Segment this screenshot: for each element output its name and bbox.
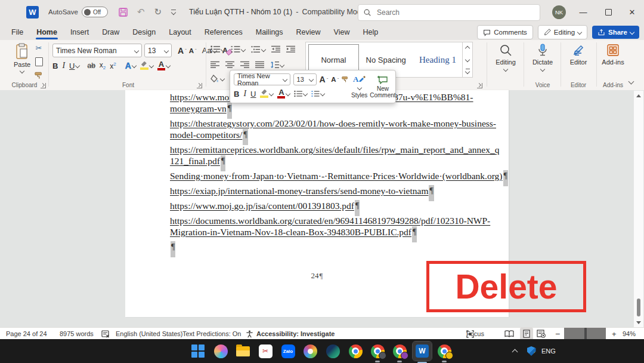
accessibility-status[interactable]: Accessibility: Investigate bbox=[256, 328, 335, 340]
mini-font-name-select[interactable]: Times New Roman bbox=[234, 73, 290, 85]
word-count[interactable]: 8975 words bbox=[60, 328, 94, 340]
tab-layout[interactable]: Layout bbox=[162, 24, 198, 40]
search-input[interactable] bbox=[376, 8, 509, 17]
zoom-percentage[interactable]: 94% bbox=[623, 328, 636, 340]
strikethrough-button[interactable]: ab bbox=[87, 61, 95, 70]
font-size-select[interactable]: 13 bbox=[144, 44, 172, 57]
hyperlink-text[interactable]: https://documents.worldbank.org/curated/… bbox=[170, 216, 490, 226]
chrome-button-3[interactable] bbox=[392, 343, 407, 359]
increase-indent-button[interactable] bbox=[286, 45, 295, 53]
mini-highlight-button[interactable] bbox=[260, 90, 273, 99]
hyperlink-text[interactable]: Migration-in-Vietnam-Nov-18-clean-Box-39… bbox=[170, 227, 411, 237]
document-paragraph[interactable]: https://remittanceprices.worldbank.org/s… bbox=[170, 144, 468, 167]
page-indicator[interactable]: Page 24 of 24 bbox=[6, 328, 47, 340]
language-button[interactable]: ENG bbox=[541, 339, 556, 363]
multilevel-list-button[interactable] bbox=[251, 45, 265, 53]
editing-mode-dropdown[interactable]: Editing bbox=[538, 25, 587, 39]
line-spacing-button[interactable] bbox=[270, 61, 284, 69]
decrease-indent-button[interactable] bbox=[271, 45, 280, 53]
hyperlink-text[interactable]: Sending·money·from·Japan·to·Vietnam·-·Re… bbox=[170, 171, 503, 181]
scroll-down-button[interactable] bbox=[636, 321, 641, 324]
paint-button[interactable] bbox=[302, 343, 318, 359]
hyperlink-text[interactable]: https://remittanceprices.worldbank.org/s… bbox=[170, 144, 499, 155]
mini-numbering-button[interactable] bbox=[311, 90, 324, 97]
teal-app-button[interactable] bbox=[325, 343, 340, 359]
zoom-out-button[interactable]: − bbox=[555, 328, 560, 340]
file-explorer-button[interactable] bbox=[235, 343, 250, 359]
addins-button[interactable]: Add-ins bbox=[597, 44, 628, 66]
mini-grow-font-button[interactable]: Aˆ bbox=[320, 75, 329, 84]
zoom-slider-thumb[interactable] bbox=[584, 328, 587, 340]
read-mode-button[interactable] bbox=[504, 328, 514, 340]
hyperlink-text[interactable]: https://www.moj.go.jp/isa/content/001391… bbox=[170, 201, 354, 211]
style-heading1[interactable]: Heading 1 bbox=[413, 44, 463, 75]
maximize-button[interactable] bbox=[596, 0, 620, 24]
tab-home[interactable]: Home bbox=[30, 24, 64, 40]
document-paragraph[interactable]: https://thestrategystory.com/2023/02/01/… bbox=[170, 118, 468, 140]
numbering-button[interactable] bbox=[231, 45, 245, 53]
minimize-button[interactable]: — bbox=[571, 0, 595, 24]
proofing-errors-icon[interactable] bbox=[101, 328, 110, 340]
web-layout-button[interactable] bbox=[537, 328, 546, 340]
document-paragraph[interactable]: ¶ bbox=[170, 241, 468, 253]
paste-button[interactable]: Paste bbox=[10, 43, 35, 73]
document-paragraph[interactable]: https://www.moj.go.jp/isa/content/001391… bbox=[170, 200, 468, 211]
document-text[interactable]: https://www.mon87u-v%E1%BB%81-moneygram-… bbox=[170, 91, 468, 256]
tab-insert[interactable]: Insert bbox=[64, 24, 95, 40]
grow-font-button[interactable]: Aˆ bbox=[178, 46, 187, 56]
font-color-button[interactable]: A bbox=[157, 61, 170, 70]
security-shield-button[interactable] bbox=[524, 343, 539, 359]
bullets-button[interactable] bbox=[210, 45, 225, 53]
tray-expand-button[interactable] bbox=[507, 343, 522, 359]
search-box[interactable] bbox=[358, 4, 540, 21]
mini-font-size-select[interactable]: 13 bbox=[293, 73, 317, 85]
language-indicator[interactable]: English (United States) bbox=[116, 328, 183, 340]
qat-overflow-button[interactable] bbox=[171, 10, 176, 14]
mini-bold-button[interactable]: B bbox=[234, 90, 239, 99]
text-effects-button[interactable]: A bbox=[125, 61, 136, 70]
word-taskbar-button[interactable]: W bbox=[413, 342, 432, 361]
save-button[interactable] bbox=[119, 8, 128, 17]
superscript-button[interactable]: x2 bbox=[110, 61, 116, 70]
tab-draw[interactable]: Draw bbox=[95, 24, 126, 40]
mini-font-color-button[interactable]: A bbox=[277, 89, 290, 99]
chrome-button-4[interactable] bbox=[436, 343, 452, 359]
hyperlink-text[interactable]: moneygram-vn bbox=[170, 103, 227, 113]
styles-gallery-up[interactable] bbox=[463, 42, 472, 54]
shrink-font-button[interactable]: Aˇ bbox=[189, 47, 197, 54]
zoom-in-button[interactable]: + bbox=[612, 328, 617, 340]
undo-button[interactable]: ↶ bbox=[137, 7, 145, 17]
hyperlink-text[interactable]: https://thestrategystory.com/2023/02/01/… bbox=[170, 118, 496, 128]
shading-button[interactable] bbox=[210, 75, 224, 83]
tab-file[interactable]: File bbox=[5, 24, 30, 40]
mini-underline-button[interactable]: U bbox=[250, 90, 256, 99]
tab-help[interactable]: Help bbox=[356, 24, 385, 40]
copilot-button[interactable] bbox=[213, 343, 228, 359]
subscript-button[interactable]: x2 bbox=[100, 61, 106, 70]
mini-italic-button[interactable]: I bbox=[243, 89, 246, 99]
styles-gallery-more[interactable] bbox=[463, 66, 472, 77]
editor-button[interactable]: Editor bbox=[563, 44, 594, 66]
copy-button[interactable] bbox=[35, 57, 43, 66]
tab-review[interactable]: Review bbox=[290, 24, 327, 40]
snipping-tool-button[interactable]: ✂ bbox=[258, 343, 273, 359]
share-button[interactable]: Share bbox=[592, 26, 639, 39]
focus-mode-button[interactable]: Focus bbox=[466, 328, 474, 340]
start-button[interactable] bbox=[190, 343, 206, 359]
scroll-up-button[interactable] bbox=[636, 94, 641, 97]
ribbon-collapse-button[interactable] bbox=[625, 77, 637, 85]
scroll-thumb[interactable] bbox=[637, 299, 640, 316]
italic-button[interactable]: I bbox=[62, 61, 65, 70]
chrome-button-1[interactable] bbox=[348, 343, 363, 359]
autosave-switch[interactable]: Off bbox=[82, 7, 108, 17]
mini-format-painter-button[interactable] bbox=[342, 76, 349, 83]
hyperlink-text[interactable]: 87u-v%E1%BB%81- bbox=[394, 92, 473, 102]
document-paragraph[interactable]: https://exiap.jp/international-money-tra… bbox=[170, 185, 468, 196]
format-painter-button[interactable] bbox=[35, 72, 43, 79]
mini-bullets-button[interactable] bbox=[294, 90, 307, 97]
align-left-button[interactable] bbox=[210, 61, 219, 69]
dictate-button[interactable]: Dictate bbox=[527, 44, 558, 71]
close-button[interactable]: ✕ bbox=[620, 0, 644, 24]
tab-design[interactable]: Design bbox=[126, 24, 162, 40]
editing-group-button[interactable]: Editing bbox=[490, 44, 521, 71]
